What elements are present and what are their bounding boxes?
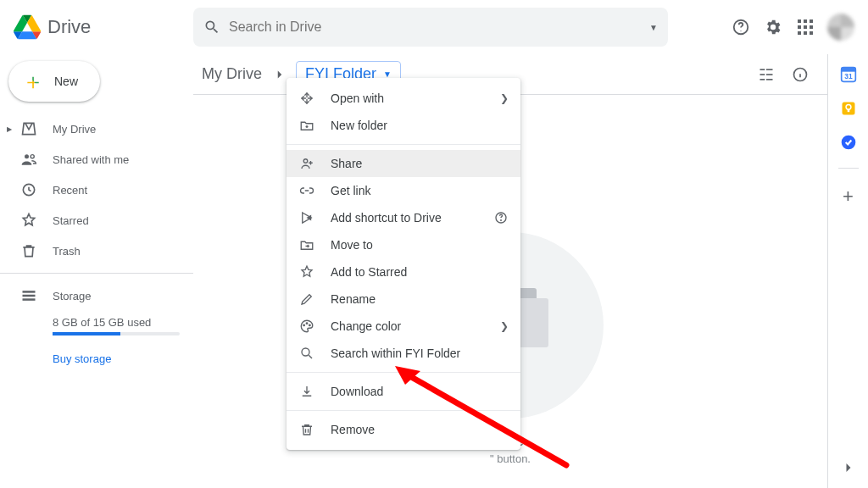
storage-label: Storage — [53, 290, 92, 302]
nav-starred[interactable]: Starred — [0, 205, 193, 236]
menu-rename[interactable]: Rename — [287, 286, 520, 313]
menu-share[interactable]: Share — [287, 150, 520, 177]
search-icon — [203, 19, 220, 36]
svg-point-2 — [25, 154, 29, 158]
drive-logo-icon — [14, 14, 41, 41]
storage-usage: 8 GB of 15 GB used — [53, 316, 193, 329]
list-view-icon[interactable] — [756, 64, 776, 85]
collapse-panel-icon[interactable] — [840, 459, 857, 476]
menu-open-with[interactable]: Open with ❯ — [287, 85, 520, 112]
submenu-icon: ❯ — [500, 320, 509, 332]
storage-section: Storage 8 GB of 15 GB used Buy storage — [0, 280, 193, 365]
new-folder-icon — [298, 117, 315, 134]
svg-rect-11 — [766, 69, 773, 70]
menu-label: Get link — [331, 184, 370, 197]
keep-app-icon[interactable] — [840, 100, 857, 117]
svg-rect-5 — [23, 291, 36, 293]
expand-icon[interactable]: ▶ — [7, 125, 12, 133]
nav-label: Trash — [53, 245, 81, 258]
menu-label: Add shortcut to Drive — [331, 211, 442, 225]
menu-search-within[interactable]: Search within FYI Folder — [287, 340, 520, 367]
svg-rect-12 — [766, 74, 773, 75]
svg-point-24 — [501, 220, 502, 221]
svg-rect-20 — [847, 109, 849, 112]
context-menu: Open with ❯ New folder Share Get link Ad… — [287, 78, 520, 450]
nav-my-drive[interactable]: ▶ My Drive — [0, 114, 193, 144]
add-addon-button[interactable]: + — [843, 186, 854, 208]
header-actions — [731, 14, 861, 41]
menu-add-shortcut[interactable]: Add shortcut to Drive — [287, 204, 520, 231]
menu-move-to[interactable]: Move to — [287, 231, 520, 258]
menu-label: Add to Starred — [331, 265, 407, 279]
shortcut-icon — [298, 209, 315, 226]
menu-remove[interactable]: Remove — [287, 416, 520, 443]
nav-storage[interactable]: Storage — [20, 280, 193, 311]
svg-point-1 — [740, 30, 741, 31]
menu-label: Open with — [331, 92, 384, 105]
search-icon — [298, 345, 315, 362]
svg-point-25 — [303, 324, 305, 326]
menu-label: New folder — [331, 119, 387, 132]
svg-rect-10 — [760, 79, 765, 80]
new-button[interactable]: ＋ New — [8, 61, 100, 102]
search-input[interactable] — [229, 19, 641, 35]
star-icon — [20, 212, 37, 229]
details-icon[interactable] — [790, 64, 810, 85]
search-dropdown-icon[interactable]: ▼ — [649, 23, 658, 32]
menu-label: Rename — [331, 292, 376, 306]
account-avatar[interactable] — [827, 14, 854, 41]
svg-point-22 — [303, 159, 308, 164]
remove-icon — [298, 421, 315, 438]
rename-icon — [298, 291, 315, 308]
menu-label: Remove — [331, 423, 375, 436]
menu-label: Change color — [331, 319, 401, 333]
menu-new-folder[interactable]: New folder — [287, 112, 520, 139]
help-icon[interactable] — [731, 17, 751, 37]
svg-rect-7 — [23, 298, 36, 301]
svg-rect-16 — [841, 68, 855, 72]
app-name: Drive — [47, 16, 91, 38]
sidebar: ＋ New ▶ My Drive Shared with me Recent S… — [0, 54, 193, 488]
color-icon — [298, 318, 315, 335]
chevron-right-icon — [272, 67, 287, 82]
empty-line2: " button. — [417, 452, 604, 465]
svg-rect-6 — [23, 295, 36, 297]
svg-rect-8 — [760, 69, 765, 70]
plus-icon: ＋ — [22, 70, 44, 92]
share-icon — [298, 155, 315, 172]
breadcrumb-root[interactable]: My Drive — [200, 62, 264, 86]
apps-icon[interactable] — [795, 17, 815, 37]
svg-rect-13 — [766, 79, 773, 80]
menu-add-starred[interactable]: Add to Starred — [287, 258, 520, 286]
menu-download[interactable]: Download — [287, 378, 520, 405]
nav-label: Starred — [53, 214, 89, 227]
storage-bar — [53, 332, 180, 336]
settings-icon[interactable] — [763, 17, 783, 37]
menu-label: Move to — [331, 238, 373, 252]
nav-label: My Drive — [53, 123, 96, 136]
svg-point-26 — [306, 323, 308, 324]
nav-recent[interactable]: Recent — [0, 175, 193, 205]
storage-icon — [20, 287, 37, 304]
nav-shared[interactable]: Shared with me — [0, 144, 193, 175]
nav-trash[interactable]: Trash — [0, 236, 193, 266]
menu-get-link[interactable]: Get link — [287, 177, 520, 204]
calendar-app-icon[interactable]: 31 — [840, 66, 857, 83]
logo[interactable]: Drive — [14, 14, 193, 41]
link-icon — [298, 182, 315, 199]
menu-change-color[interactable]: Change color ❯ — [287, 313, 520, 340]
tasks-app-icon[interactable] — [840, 134, 857, 151]
mydrive-icon — [20, 120, 37, 137]
svg-point-27 — [309, 324, 311, 326]
nav-label: Recent — [53, 184, 87, 197]
recent-icon — [20, 181, 37, 198]
buy-storage-link[interactable]: Buy storage — [53, 352, 193, 365]
open-with-icon — [298, 90, 315, 107]
menu-label: Download — [331, 385, 383, 398]
svg-text:31: 31 — [844, 72, 853, 80]
star-icon — [298, 263, 315, 280]
svg-rect-9 — [760, 74, 765, 75]
search-bar[interactable]: ▼ — [193, 8, 668, 47]
menu-label: Share — [331, 157, 362, 170]
menu-label: Search within FYI Folder — [331, 347, 460, 360]
